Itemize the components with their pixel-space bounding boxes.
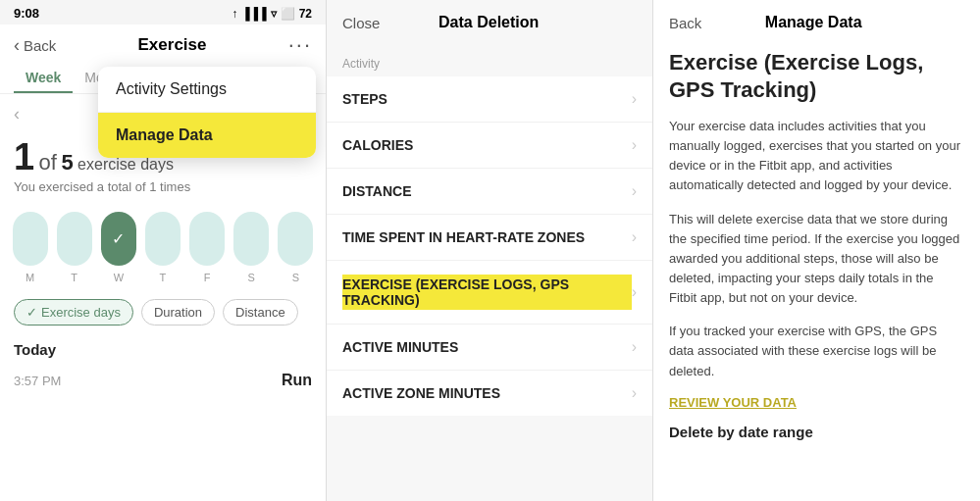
dropdown-manage-data[interactable]: Manage Data xyxy=(98,113,316,158)
list-item-heart-rate[interactable]: TIME SPENT IN HEART-RATE ZONES › xyxy=(327,215,652,261)
activity-name: Run xyxy=(282,372,312,389)
day-circles: M T ✓ W T F S S xyxy=(0,198,326,289)
day-label-t1: T xyxy=(71,272,77,283)
day-label-m: M xyxy=(26,272,34,283)
calories-label: CALORIES xyxy=(342,137,413,153)
status-time: 9:08 xyxy=(14,6,39,21)
list-item-active-zone-minutes[interactable]: ACTIVE ZONE MINUTES › xyxy=(327,371,652,416)
nav-bar: ‹ Back Exercise ··· xyxy=(0,25,326,64)
manage-data-back-button[interactable]: Back xyxy=(669,15,701,31)
filter-distance-label: Distance xyxy=(235,305,285,320)
close-button[interactable]: Close xyxy=(342,15,380,31)
screen-title: Exercise xyxy=(138,35,207,55)
exercise-count-number: 1 xyxy=(14,136,34,177)
filter-distance[interactable]: Distance xyxy=(223,299,298,326)
exercise-unit: exercise days xyxy=(77,156,174,173)
back-label: Back xyxy=(24,37,56,54)
more-button[interactable]: ··· xyxy=(288,34,312,56)
day-circle-w: ✓ xyxy=(101,212,136,266)
filter-duration[interactable]: Duration xyxy=(141,299,215,326)
back-chevron-icon: ‹ xyxy=(14,35,20,56)
day-circle-t2 xyxy=(145,212,181,266)
day-col-w: ✓ W xyxy=(101,212,136,283)
status-bar: 9:08 ↑ ▐▐▐ ▿ ⬜ 72 xyxy=(0,0,326,25)
filter-pills: ✓ Exercise days Duration Distance xyxy=(0,289,326,333)
today-section-label: Today xyxy=(0,333,326,364)
heart-rate-chevron-icon: › xyxy=(632,228,637,246)
panel-manage-data: Back Manage Data Exercise (Exercise Logs… xyxy=(653,0,980,501)
data-deletion-list: STEPS › CALORIES › DISTANCE › TIME SPENT… xyxy=(327,76,652,416)
exercise-chevron-icon: › xyxy=(632,283,637,301)
distance-label: DISTANCE xyxy=(342,183,412,199)
status-icons: ↑ ▐▐▐ ▿ ⬜ 72 xyxy=(232,7,312,21)
panel-exercise: 9:08 ↑ ▐▐▐ ▿ ⬜ 72 ‹ Back Exercise ··· We… xyxy=(0,0,327,501)
back-button[interactable]: ‹ Back xyxy=(14,35,56,56)
day-col-t2: T xyxy=(145,212,181,283)
filter-duration-label: Duration xyxy=(154,305,202,320)
list-item-exercise[interactable]: EXERCISE (EXERCISE LOGS, GPS TRACKING) › xyxy=(327,261,652,325)
activity-row: 3:57 PM Run xyxy=(0,364,326,397)
day-label-s2: S xyxy=(292,272,299,283)
manage-data-para-1: Your exercise data includes activities t… xyxy=(669,117,964,196)
list-item-distance[interactable]: DISTANCE › xyxy=(327,169,652,215)
check-icon: ✓ xyxy=(26,305,37,320)
day-col-m: M xyxy=(13,212,48,283)
active-zone-minutes-label: ACTIVE ZONE MINUTES xyxy=(342,385,500,401)
tab-week[interactable]: Week xyxy=(14,64,73,93)
day-circle-s2 xyxy=(278,212,313,266)
day-col-s1: S xyxy=(233,212,269,283)
battery-icon: ⬜ xyxy=(281,7,295,21)
filter-exercise-label: Exercise days xyxy=(41,305,121,320)
manage-data-para-3: If you tracked your exercise with GPS, t… xyxy=(669,322,964,380)
activity-time: 3:57 PM xyxy=(14,374,61,388)
wifi-icon: ▿ xyxy=(271,7,277,21)
list-item-calories[interactable]: CALORIES › xyxy=(327,123,652,169)
list-item-active-minutes[interactable]: ACTIVE MINUTES › xyxy=(327,325,652,371)
distance-chevron-icon: › xyxy=(632,182,637,200)
active-zone-minutes-chevron-icon: › xyxy=(632,384,637,402)
active-minutes-label: ACTIVE MINUTES xyxy=(342,339,458,355)
manage-data-content: Exercise (Exercise Logs, GPS Tracking) Y… xyxy=(653,43,980,465)
day-label-s1: S xyxy=(248,272,255,283)
filter-exercise-days[interactable]: ✓ Exercise days xyxy=(14,299,133,326)
exercise-of: of xyxy=(39,150,57,175)
active-minutes-chevron-icon: › xyxy=(632,338,637,356)
day-label-f: F xyxy=(204,272,211,283)
day-circle-t1 xyxy=(57,212,92,266)
activity-section-header: Activity xyxy=(327,43,652,76)
panel-data-deletion: Close Data Deletion Activity STEPS › CAL… xyxy=(327,0,653,501)
day-col-t1: T xyxy=(57,212,92,283)
day-label-t2: T xyxy=(160,272,167,283)
manage-data-main-title: Exercise (Exercise Logs, GPS Tracking) xyxy=(669,49,964,103)
day-circle-m xyxy=(13,212,48,266)
location-icon: ↑ xyxy=(232,7,237,21)
steps-label: STEPS xyxy=(342,91,387,107)
heart-rate-label: TIME SPENT IN HEART-RATE ZONES xyxy=(342,229,585,245)
calories-chevron-icon: › xyxy=(632,136,637,154)
prev-period-button[interactable]: ‹ xyxy=(14,104,20,125)
manage-data-nav: Back Manage Data xyxy=(653,0,980,43)
day-col-s2: S xyxy=(278,212,313,283)
data-deletion-nav: Close Data Deletion xyxy=(327,0,652,43)
day-circle-s1 xyxy=(233,212,269,266)
steps-chevron-icon: › xyxy=(632,90,637,108)
dropdown-activity-settings[interactable]: Activity Settings xyxy=(98,67,316,113)
context-menu-dropdown: Activity Settings Manage Data xyxy=(98,67,316,158)
battery-level: 72 xyxy=(299,7,312,21)
manage-data-para-2: This will delete exercise data that we s… xyxy=(669,210,964,309)
day-circle-f xyxy=(189,212,225,266)
data-deletion-title: Data Deletion xyxy=(438,14,539,31)
day-col-f: F xyxy=(189,212,225,283)
day-label-w: W xyxy=(114,272,124,283)
list-item-steps[interactable]: STEPS › xyxy=(327,76,652,123)
manage-data-title: Manage Data xyxy=(765,14,862,31)
exercise-total: 5 xyxy=(61,150,73,175)
exercise-label: EXERCISE (EXERCISE LOGS, GPS TRACKING) xyxy=(342,275,632,310)
delete-by-date-label: Delete by date range xyxy=(669,424,964,440)
exercise-sub-text: You exercised a total of 1 times xyxy=(14,179,312,194)
review-data-link[interactable]: REVIEW YOUR DATA xyxy=(669,395,964,410)
signal-icon: ▐▐▐ xyxy=(241,7,267,21)
